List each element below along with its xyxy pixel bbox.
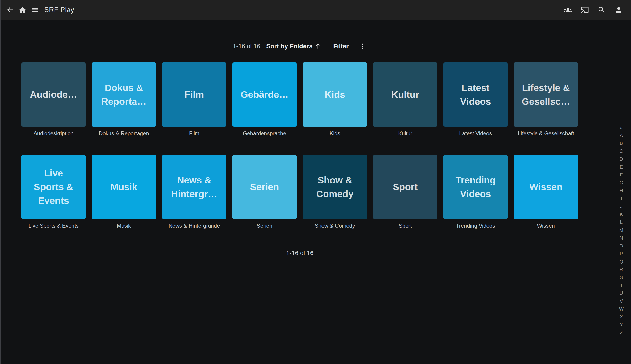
folder-tile-sport[interactable]: Sport Sport bbox=[373, 155, 437, 247]
alpha-picker-letter-T[interactable]: T bbox=[617, 281, 626, 289]
folder-tile-latest-videos[interactable]: Latest Videos Latest Videos bbox=[444, 62, 508, 155]
alpha-picker-letter-J[interactable]: J bbox=[617, 202, 626, 210]
alpha-picker-letter-V[interactable]: V bbox=[617, 297, 626, 305]
alpha-picker-letter-M[interactable]: M bbox=[617, 226, 626, 234]
folder-tile-caption: Serien bbox=[232, 223, 297, 229]
alpha-picker-letter-U[interactable]: U bbox=[617, 289, 626, 297]
paging-count: 1-16 of 16 bbox=[233, 43, 260, 50]
folder-tile-caption: Wissen bbox=[514, 223, 578, 229]
alpha-picker-letter-S[interactable]: S bbox=[617, 274, 626, 281]
library-grid: Audiode… Audiodeskription Dokus & Report… bbox=[22, 62, 578, 247]
folder-tile-art: Gebärde… bbox=[232, 62, 297, 127]
folder-tile-caption: Kultur bbox=[373, 130, 437, 136]
folder-tile-overlay-text: Trending Videos bbox=[454, 173, 497, 201]
user-button[interactable] bbox=[614, 6, 623, 14]
alpha-picker-letter-C[interactable]: C bbox=[617, 147, 626, 155]
alpha-picker-letter-L[interactable]: L bbox=[617, 218, 626, 226]
folder-tile-lifestyle-gesellschaft[interactable]: Lifestyle & Gesellsc… Lifestyle & Gesell… bbox=[514, 62, 578, 155]
alpha-picker-letter-N[interactable]: N bbox=[617, 234, 626, 242]
folder-tile-kids[interactable]: Kids Kids bbox=[303, 62, 367, 155]
left-edge-scrollbar[interactable] bbox=[0, 0, 1, 364]
alpha-picker-letter-O[interactable]: O bbox=[617, 242, 626, 250]
folder-tile-news-hintergründe[interactable]: News & Hintergr… News & Hintergründe bbox=[162, 155, 226, 247]
search-icon bbox=[598, 6, 606, 14]
alpha-picker-letter-Z[interactable]: Z bbox=[617, 328, 626, 336]
menu-icon bbox=[31, 6, 39, 14]
syncplay-group-icon bbox=[564, 6, 572, 14]
folder-tile-caption: Dokus & Reportagen bbox=[92, 130, 156, 136]
alpha-picker-letter-W[interactable]: W bbox=[617, 305, 626, 313]
alpha-picker: #ABCDEFGHIJKLMNOPQRSTUVWXYZ bbox=[617, 124, 626, 336]
folder-tile-art: Trending Videos bbox=[444, 155, 508, 219]
home-button[interactable] bbox=[18, 6, 26, 14]
folder-tile-musik[interactable]: Musik Musik bbox=[92, 155, 156, 247]
folder-tile-art: Kids bbox=[303, 62, 367, 127]
folder-tile-art: Serien bbox=[232, 155, 297, 219]
folder-tile-live-sports-events[interactable]: Live Sports & Events Live Sports & Event… bbox=[22, 155, 86, 247]
alpha-picker-letter-G[interactable]: G bbox=[617, 179, 626, 186]
folder-tile-overlay-text: Lifestyle & Gesellsc… bbox=[520, 81, 572, 108]
folder-tile-art: Audiode… bbox=[22, 62, 86, 127]
alpha-picker-letter-#[interactable]: # bbox=[617, 124, 626, 132]
alpha-picker-letter-Q[interactable]: Q bbox=[617, 258, 626, 266]
folder-tile-trending-videos[interactable]: Trending Videos Trending Videos bbox=[444, 155, 508, 247]
alpha-picker-letter-A[interactable]: A bbox=[617, 132, 626, 139]
cast-icon bbox=[581, 6, 589, 14]
alpha-picker-letter-K[interactable]: K bbox=[617, 210, 626, 218]
folder-tile-serien[interactable]: Serien Serien bbox=[232, 155, 297, 247]
alpha-picker-letter-Y[interactable]: Y bbox=[617, 321, 626, 328]
filter-button[interactable]: Filter bbox=[333, 42, 348, 50]
folder-tile-overlay-text: Kultur bbox=[390, 88, 421, 102]
folder-tile-caption: Show & Comedy bbox=[303, 223, 367, 229]
sort-button[interactable]: Sort by Folders bbox=[266, 42, 322, 50]
alpha-picker-letter-F[interactable]: F bbox=[617, 171, 626, 179]
alpha-picker-letter-E[interactable]: E bbox=[617, 163, 626, 171]
folder-tile-overlay-text: Latest Videos bbox=[458, 81, 493, 108]
folder-tile-art: Latest Videos bbox=[444, 62, 508, 127]
folder-tile-kultur[interactable]: Kultur Kultur bbox=[373, 62, 437, 155]
alpha-picker-letter-B[interactable]: B bbox=[617, 139, 626, 147]
folder-tile-art: Dokus & Reporta… bbox=[92, 62, 156, 127]
folder-tile-overlay-text: Wissen bbox=[528, 180, 564, 194]
folder-tile-audiodeskription[interactable]: Audiode… Audiodeskription bbox=[22, 62, 86, 155]
folder-tile-overlay-text: Show & Comedy bbox=[314, 173, 356, 201]
folder-tile-overlay-text: Gebärde… bbox=[239, 88, 290, 102]
folder-tile-art: Wissen bbox=[514, 155, 578, 219]
alpha-picker-letter-I[interactable]: I bbox=[617, 194, 626, 202]
overflow-menu-button[interactable] bbox=[358, 42, 367, 51]
folder-tile-caption: Film bbox=[162, 130, 226, 136]
folder-tile-overlay-text: News & Hintergr… bbox=[169, 173, 219, 201]
folder-tile-film[interactable]: Film Film bbox=[162, 62, 226, 155]
folder-tile-caption: Lifestyle & Gesellschaft bbox=[514, 130, 578, 136]
folder-tile-overlay-text: Sport bbox=[391, 180, 420, 194]
folder-tile-caption: Live Sports & Events bbox=[22, 223, 86, 229]
folder-tile-art: Film bbox=[162, 62, 226, 127]
back-button[interactable] bbox=[6, 6, 14, 14]
search-button[interactable] bbox=[598, 6, 606, 14]
back-arrow-icon bbox=[6, 6, 14, 14]
folder-tile-show-comedy[interactable]: Show & Comedy Show & Comedy bbox=[303, 155, 367, 247]
sort-button-label: Sort by Folders bbox=[266, 42, 312, 50]
folder-tile-caption: Sport bbox=[373, 223, 437, 229]
folder-tile-gebärdensprache[interactable]: Gebärde… Gebärdensprache bbox=[232, 62, 297, 155]
alpha-picker-letter-X[interactable]: X bbox=[617, 313, 626, 321]
syncplay-button[interactable] bbox=[564, 6, 572, 14]
vertical-dots-icon bbox=[358, 42, 366, 50]
alpha-picker-letter-P[interactable]: P bbox=[617, 250, 626, 258]
app-bar: SRF Play bbox=[0, 0, 631, 20]
folder-tile-overlay-text: Film bbox=[182, 88, 206, 102]
folder-tile-art: Lifestyle & Gesellsc… bbox=[514, 62, 578, 127]
alpha-picker-letter-D[interactable]: D bbox=[617, 155, 626, 163]
alpha-picker-letter-H[interactable]: H bbox=[617, 186, 626, 194]
cast-button[interactable] bbox=[581, 6, 589, 14]
folder-tile-overlay-text: Audiode… bbox=[28, 88, 79, 102]
folder-tile-caption: Latest Videos bbox=[444, 130, 508, 136]
folder-tile-overlay-text: Musik bbox=[109, 180, 139, 194]
alpha-picker-letter-R[interactable]: R bbox=[617, 266, 626, 274]
folder-tile-caption: Kids bbox=[303, 130, 367, 136]
folder-tile-art: News & Hintergr… bbox=[162, 155, 226, 219]
folder-tile-overlay-text: Dokus & Reporta… bbox=[100, 81, 148, 108]
menu-button[interactable] bbox=[31, 6, 39, 14]
folder-tile-dokus-reportagen[interactable]: Dokus & Reporta… Dokus & Reportagen bbox=[92, 62, 156, 155]
folder-tile-wissen[interactable]: Wissen Wissen bbox=[514, 155, 578, 247]
